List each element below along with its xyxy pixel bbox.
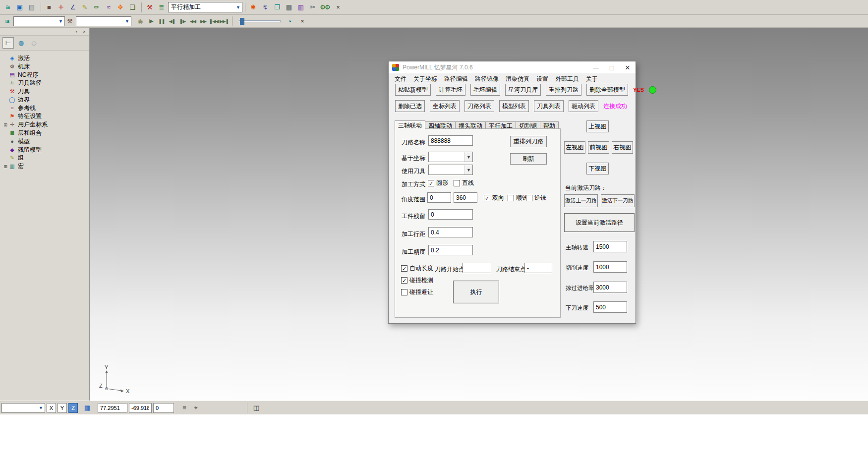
sidebar-item-groups[interactable]: ✎组	[2, 154, 89, 163]
sidebar-item-boundaries[interactable]: ◯边界	[2, 96, 89, 104]
chevron-down-icon[interactable]: ▼	[37, 405, 45, 410]
sidebar-item-workplanes[interactable]: ⊞✛用户坐标系	[2, 120, 89, 129]
block-icon[interactable]: ■	[44, 2, 55, 13]
tolerance-input[interactable]	[428, 245, 473, 255]
collision-check-checkbox[interactable]: ✓碰撞检测	[401, 276, 433, 285]
print-icon[interactable]: ▤	[26, 2, 37, 13]
maximize-button[interactable]: ▢	[604, 61, 620, 73]
axis-z-button[interactable]: Z	[68, 403, 78, 413]
rewind-button[interactable]: ◀◀	[188, 16, 198, 26]
slider-handle[interactable]	[240, 18, 244, 25]
checkbox-box[interactable]	[526, 195, 532, 201]
panel-pin-button[interactable]: ▫	[73, 29, 79, 34]
template-icon[interactable]: ❐	[272, 2, 283, 13]
view-top-button[interactable]: 上视图	[586, 120, 609, 132]
strategy-preset-dropdown[interactable]: 平行精加工 ▼	[168, 2, 242, 12]
pencil-icon[interactable]: ✎	[79, 2, 90, 13]
menu-external-tools[interactable]: 外部工具	[552, 75, 582, 83]
chevron-down-icon[interactable]: ▼	[464, 165, 472, 174]
model-list-button[interactable]: 模型列表	[499, 100, 529, 112]
clipboard-icon[interactable]: ❏	[127, 2, 138, 13]
pause-button[interactable]: ❚❚	[157, 16, 167, 26]
clipper-icon[interactable]: ✂	[307, 2, 318, 13]
coord-mode-dropdown[interactable]: ▼	[1, 403, 45, 413]
lightning-icon[interactable]: ↯	[260, 2, 271, 13]
sidebar-item-machine[interactable]: ⚙机床	[2, 62, 89, 71]
menu-render-sim[interactable]: 渲染仿真	[502, 75, 533, 83]
menu-about[interactable]: 关于	[582, 75, 601, 83]
sidebar-item-macros[interactable]: ⊞▥宏	[2, 162, 89, 171]
strategy-list-icon[interactable]: ≣	[156, 2, 167, 13]
tree-view-icon[interactable]: ⊢	[2, 37, 14, 49]
sidebar-item-toolpaths[interactable]: ≋刀具路径	[2, 79, 89, 87]
axis-x-button[interactable]: X	[47, 403, 56, 413]
save-icon[interactable]: ▣	[14, 2, 25, 13]
checkbox-box[interactable]	[454, 180, 460, 186]
collision-avoid-checkbox[interactable]: 碰撞避让	[401, 288, 433, 296]
list-icon[interactable]: ≡	[179, 403, 189, 413]
coord-list-button[interactable]: 坐标列表	[430, 100, 460, 112]
step-forward-button[interactable]: ❚▶	[177, 16, 187, 26]
climb-checkbox[interactable]: 顺铣	[508, 194, 528, 202]
panel-close-button[interactable]: ×	[81, 29, 87, 34]
sidebar-item-patterns[interactable]: ≈参考线	[2, 104, 89, 113]
fast-forward-button[interactable]: ▶▶	[198, 16, 208, 26]
drive-list-button[interactable]: 驱动列表	[569, 100, 598, 112]
execute-button[interactable]: 执行	[453, 281, 499, 303]
checkbox-box[interactable]: ✓	[428, 180, 434, 186]
sidebar-item-stock-models[interactable]: ◆残留模型	[2, 146, 89, 154]
activate-prev-toolpath-button[interactable]: 激活上一刀路	[564, 194, 598, 207]
pen-icon[interactable]: ✏	[91, 2, 102, 13]
skim-feed-input[interactable]	[593, 282, 627, 293]
measure-icon[interactable]: ∠	[67, 2, 78, 13]
tool-dropdown[interactable]: ▼	[428, 165, 473, 175]
bidirectional-checkbox[interactable]: ✓双向	[484, 194, 504, 202]
layers-icon[interactable]: ≋	[2, 2, 13, 13]
stock-edit-button[interactable]: 毛坯编辑	[470, 84, 500, 96]
sim-stack-icon[interactable]: ≋	[2, 16, 12, 26]
activate-next-toolpath-button[interactable]: 激活下一刀路	[601, 194, 635, 207]
end-point-input[interactable]	[524, 263, 552, 273]
sim-toolbar-close-icon[interactable]: ×	[298, 17, 306, 25]
gears-icon[interactable]: ⚙⚙	[319, 2, 330, 13]
position-picker-icon[interactable]: ⌖	[191, 403, 201, 413]
go-start-button[interactable]: ❚◀◀	[209, 16, 219, 26]
set-active-path-button[interactable]: 设置当前激活路径	[564, 213, 635, 232]
checkbox-box[interactable]: ✓	[484, 195, 490, 201]
toolbar-close-icon[interactable]: ×	[334, 3, 342, 11]
grid-icon[interactable]: ▦	[82, 403, 92, 413]
checkbox-box[interactable]: ✓	[401, 265, 407, 272]
chevron-down-icon[interactable]: ▼	[464, 152, 472, 162]
checkbox-box[interactable]	[508, 195, 514, 201]
chevron-down-icon[interactable]: ▼	[234, 5, 242, 10]
circular-checkbox[interactable]: ✓圆形	[428, 179, 448, 187]
start-point-input[interactable]	[463, 263, 491, 273]
paste-new-model-button[interactable]: 粘贴新模型	[395, 84, 431, 96]
delete-all-models-button[interactable]: 删除全部模型	[586, 84, 628, 96]
axis-y-button[interactable]: Y	[58, 403, 67, 413]
angle-start-input[interactable]	[427, 192, 451, 203]
curve-icon[interactable]: ≈	[103, 2, 114, 13]
auto-length-checkbox[interactable]: ✓自动长度	[401, 264, 433, 273]
go-end-button[interactable]: ▶▶❚	[219, 16, 229, 26]
stock-allowance-input[interactable]	[428, 209, 473, 220]
sidebar-item-active[interactable]: ◈激活	[2, 54, 89, 62]
menu-file[interactable]: 文件	[391, 75, 410, 83]
toolkit-icon[interactable]: ✱	[248, 2, 259, 13]
sim-toolpath-dropdown[interactable]: ▼	[13, 16, 65, 26]
lightbulb-icon[interactable]: ◉	[135, 16, 145, 26]
play-button[interactable]: ▶	[146, 16, 156, 26]
step-back-button[interactable]: ◀❚	[167, 16, 177, 26]
panel-toggle-icon[interactable]: ◫	[251, 403, 261, 413]
tool-list-button[interactable]: 刀具列表	[534, 100, 564, 112]
menu-coords[interactable]: 关于坐标	[410, 75, 441, 83]
close-button[interactable]: ✕	[620, 61, 636, 73]
sidebar-item-levels-sets[interactable]: ≣层和组合	[2, 129, 89, 137]
view-front-button[interactable]: 前视图	[588, 141, 609, 154]
rearrange-toolpaths-button[interactable]: 重排列刀路	[546, 84, 581, 96]
tree-expander[interactable]: ⊞	[2, 122, 8, 127]
sidebar-item-nc-programs[interactable]: ▤NC程序	[2, 71, 89, 79]
globe-icon[interactable]: ◍	[15, 37, 27, 49]
shield-icon[interactable]: ◇	[28, 37, 40, 49]
clock-icon[interactable]: ◔	[285, 16, 294, 26]
